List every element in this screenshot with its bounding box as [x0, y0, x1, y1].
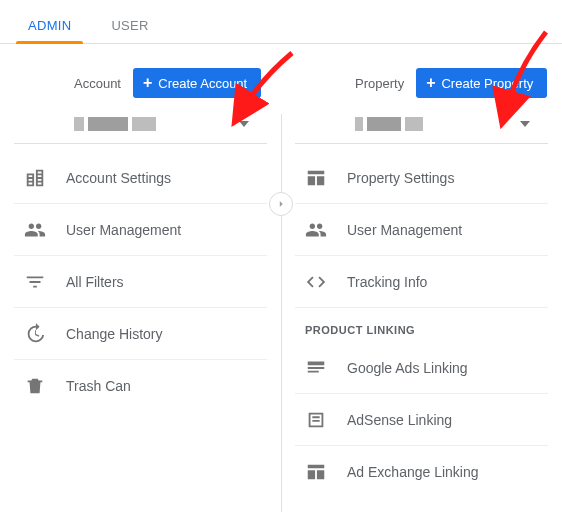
property-label: Property: [355, 76, 404, 91]
exchange-icon: [303, 461, 329, 483]
nav-account-settings[interactable]: Account Settings: [14, 152, 267, 204]
property-selector[interactable]: [295, 104, 548, 144]
menu-label: User Management: [66, 222, 181, 238]
menu-label: Change History: [66, 326, 163, 342]
nav-account-user-management[interactable]: User Management: [14, 204, 267, 256]
account-header: Account + Create Account: [14, 68, 267, 98]
property-header: Property + Create Property: [295, 68, 548, 98]
account-label: Account: [74, 76, 121, 91]
nav-adsense-linking[interactable]: AdSense Linking: [295, 394, 548, 446]
product-linking-label: PRODUCT LINKING: [295, 308, 548, 342]
building-icon: [22, 167, 48, 189]
create-account-label: Create Account: [158, 76, 247, 91]
tab-user[interactable]: USER: [91, 6, 168, 43]
menu-label: All Filters: [66, 274, 124, 290]
menu-label: Account Settings: [66, 170, 171, 186]
menu-label: Property Settings: [347, 170, 454, 186]
menu-label: Ad Exchange Linking: [347, 464, 479, 480]
property-column: Property + Create Property Property Sett…: [281, 68, 562, 512]
menu-label: Google Ads Linking: [347, 360, 468, 376]
nav-property-user-management[interactable]: User Management: [295, 204, 548, 256]
ads-icon: [303, 357, 329, 379]
create-account-button[interactable]: + Create Account: [133, 68, 261, 98]
nav-google-ads-linking[interactable]: Google Ads Linking: [295, 342, 548, 394]
menu-label: User Management: [347, 222, 462, 238]
menu-label: Trash Can: [66, 378, 131, 394]
account-selected-redacted: [74, 117, 156, 131]
menu-label: AdSense Linking: [347, 412, 452, 428]
plus-icon: +: [143, 75, 152, 91]
filter-icon: [22, 271, 48, 293]
account-column: Account + Create Account Account Setting…: [0, 68, 281, 512]
adsense-icon: [303, 409, 329, 431]
code-icon: [303, 271, 329, 293]
plus-icon: +: [426, 75, 435, 91]
nav-change-history[interactable]: Change History: [14, 308, 267, 360]
tab-admin[interactable]: ADMIN: [8, 6, 91, 43]
chevron-down-icon: [239, 121, 249, 127]
users-icon: [22, 219, 48, 241]
nav-property-settings[interactable]: Property Settings: [295, 152, 548, 204]
nav-all-filters[interactable]: All Filters: [14, 256, 267, 308]
nav-tabs: ADMIN USER: [0, 0, 562, 44]
layout-icon: [303, 167, 329, 189]
admin-panel: Account + Create Account Account Setting…: [0, 44, 562, 512]
create-property-button[interactable]: + Create Property: [416, 68, 547, 98]
users-icon: [303, 219, 329, 241]
nav-trash-can[interactable]: Trash Can: [14, 360, 267, 412]
chevron-down-icon: [520, 121, 530, 127]
create-property-label: Create Property: [441, 76, 533, 91]
history-icon: [22, 323, 48, 345]
nav-ad-exchange-linking[interactable]: Ad Exchange Linking: [295, 446, 548, 498]
trash-icon: [22, 375, 48, 397]
property-selected-redacted: [355, 117, 423, 131]
account-selector[interactable]: [14, 104, 267, 144]
nav-tracking-info[interactable]: Tracking Info: [295, 256, 548, 308]
menu-label: Tracking Info: [347, 274, 427, 290]
